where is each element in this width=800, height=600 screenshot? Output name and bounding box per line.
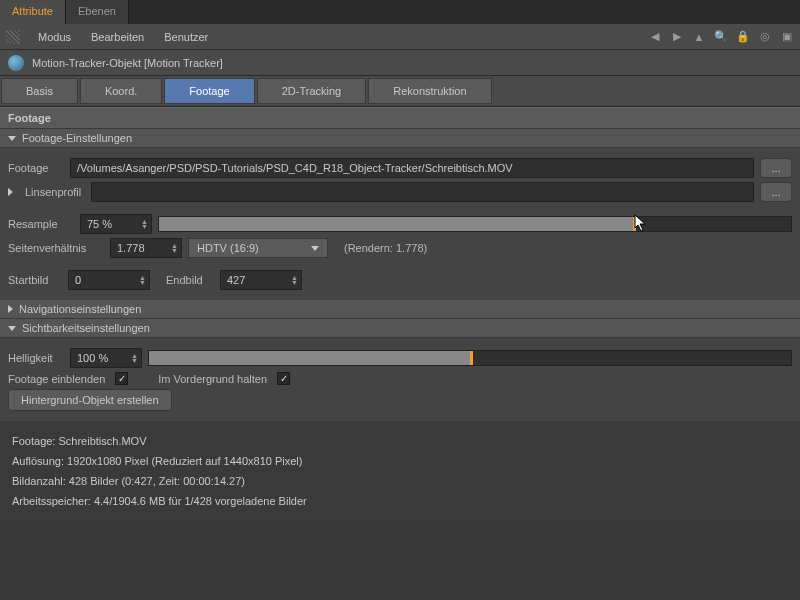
menu-benutzer[interactable]: Benutzer [154, 31, 218, 43]
arrow-right-icon[interactable]: ▶ [670, 30, 684, 44]
info-memory: Arbeitsspeicher: 4.4/1904.6 MB für 1/428… [12, 491, 788, 511]
label-footage: Footage [8, 162, 64, 174]
footage-einblenden-checkbox[interactable] [115, 372, 128, 385]
tab-basis[interactable]: Basis [1, 78, 78, 104]
tab-rekonstruktion[interactable]: Rekonstruktion [368, 78, 491, 104]
chevron-right-icon[interactable] [8, 188, 13, 196]
menu-bearbeiten[interactable]: Bearbeiten [81, 31, 154, 43]
label-resample: Resample [8, 218, 74, 230]
helligkeit-spinner[interactable]: 100 %▲▼ [70, 348, 142, 368]
search-icon[interactable]: 🔍 [714, 30, 728, 44]
motion-tracker-icon [8, 55, 24, 71]
info-framecount: Bildanzahl: 428 Bilder (0:427, Zeit: 00:… [12, 471, 788, 491]
footage-browse-button[interactable]: ... [760, 158, 792, 178]
chevron-down-icon [8, 326, 16, 331]
label-linsenprofil: Linsenprofil [25, 186, 85, 198]
label-seitenverhaeltnis: Seitenverhältnis [8, 242, 104, 254]
group-navigation[interactable]: Navigationseinstellungen [0, 300, 800, 319]
chevron-right-icon [8, 305, 13, 313]
tab-attribute[interactable]: Attribute [0, 0, 66, 24]
label-rendern: (Rendern: 1.778) [344, 242, 427, 254]
label-footage-einblenden: Footage einblenden [8, 373, 105, 385]
grip-icon [6, 30, 20, 44]
label-startbild: Startbild [8, 274, 62, 286]
label-im-vordergrund: Im Vordergrund halten [158, 373, 267, 385]
object-title: Motion-Tracker-Objekt [Motion Tracker] [32, 57, 223, 69]
up-arrow-icon[interactable]: ▲ [692, 30, 706, 44]
tab-footage[interactable]: Footage [164, 78, 254, 104]
tab-koord[interactable]: Koord. [80, 78, 162, 104]
target-icon[interactable]: ◎ [758, 30, 772, 44]
label-helligkeit: Helligkeit [8, 352, 64, 364]
footage-path-input[interactable] [70, 158, 754, 178]
section-footage: Footage [0, 107, 800, 129]
resample-spinner[interactable]: 75 %▲▼ [80, 214, 152, 234]
info-footage: Footage: Schreibtisch.MOV [12, 431, 788, 451]
resample-slider-handle[interactable] [633, 217, 636, 231]
group-visibility[interactable]: Sichtbarkeitseinstellungen [0, 319, 800, 338]
chevron-down-icon [8, 136, 16, 141]
aspect-dropdown[interactable]: HDTV (16:9) [188, 238, 328, 258]
tab-ebenen[interactable]: Ebenen [66, 0, 129, 24]
info-resolution: Auflösung: 1920x1080 Pixel (Reduziert au… [12, 451, 788, 471]
linsenprofil-browse-button[interactable]: ... [760, 182, 792, 202]
resample-slider[interactable] [158, 216, 792, 232]
menu-modus[interactable]: Modus [28, 31, 81, 43]
im-vordergrund-checkbox[interactable] [277, 372, 290, 385]
arrow-left-icon[interactable]: ◀ [648, 30, 662, 44]
group-footage-settings[interactable]: Footage-Einstellungen [0, 129, 800, 148]
footage-info-panel: Footage: Schreibtisch.MOV Auflösung: 192… [0, 421, 800, 521]
helligkeit-slider-handle[interactable] [470, 351, 473, 365]
helligkeit-slider[interactable] [148, 350, 792, 366]
label-endbild: Endbild [166, 274, 214, 286]
hintergrund-objekt-button[interactable]: Hintergrund-Objekt erstellen [8, 389, 172, 411]
endbild-spinner[interactable]: 427▲▼ [220, 270, 302, 290]
tab-2d-tracking[interactable]: 2D-Tracking [257, 78, 367, 104]
lock-icon[interactable]: 🔒 [736, 30, 750, 44]
new-panel-icon[interactable]: ▣ [780, 30, 794, 44]
startbild-spinner[interactable]: 0▲▼ [68, 270, 150, 290]
linsenprofil-input[interactable] [91, 182, 754, 202]
resample-slider-fill [159, 217, 633, 231]
seitenverhaeltnis-spinner[interactable]: 1.778▲▼ [110, 238, 182, 258]
helligkeit-slider-fill [149, 351, 470, 365]
